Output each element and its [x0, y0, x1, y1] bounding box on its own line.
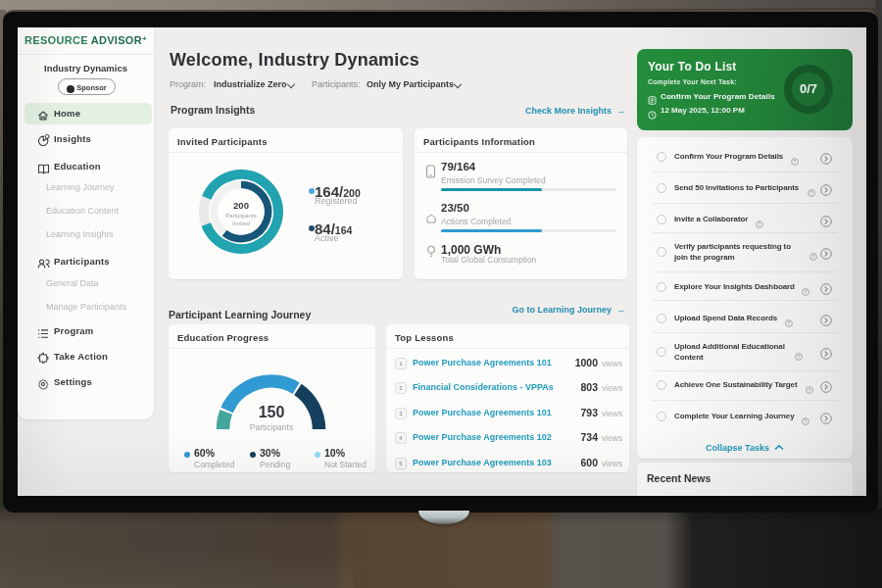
- svg-text:?: ?: [794, 159, 797, 165]
- svg-text:?: ?: [788, 319, 791, 325]
- svg-text:?: ?: [810, 190, 813, 196]
- svg-text:?: ?: [805, 288, 808, 294]
- svg-text:?: ?: [805, 418, 808, 424]
- svg-text:?: ?: [812, 254, 815, 260]
- svg-text:?: ?: [759, 220, 761, 226]
- svg-text:?: ?: [808, 387, 811, 393]
- svg-text:?: ?: [798, 354, 801, 360]
